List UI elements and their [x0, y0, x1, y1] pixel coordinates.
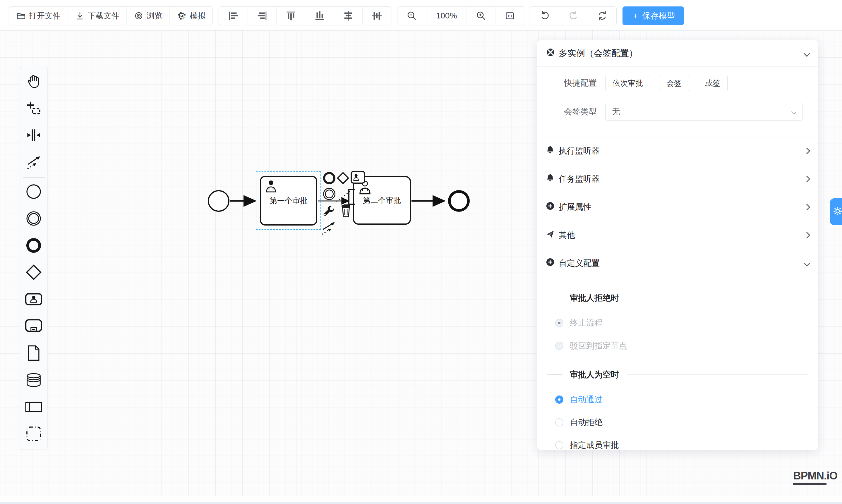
properties-panel: 多实例（会签配置） 快捷配置 依次审批 会签 或签 会签类型 无 执行监听器 [537, 40, 818, 450]
sign-type-row: 会签类型 无 [537, 103, 818, 121]
sign-type-select[interactable]: 无 [605, 103, 803, 121]
reject-group-title-text: 审批人拒绝时 [570, 292, 619, 304]
wrench-change-type-icon[interactable] [321, 204, 336, 220]
append-text-annotation-icon[interactable] [348, 189, 355, 205]
panel-header[interactable]: 多实例（会签配置） [537, 40, 818, 67]
section-other[interactable]: 其他 [537, 221, 818, 249]
sign-type-label: 会签类型 [563, 106, 597, 117]
append-task-icon[interactable] [351, 171, 365, 184]
quick-config-orsign-button[interactable]: 或签 [698, 75, 727, 91]
end-event-node[interactable] [448, 190, 470, 212]
radio-label: 自动通过 [570, 394, 602, 405]
bell-icon [546, 173, 555, 184]
radio-label: 自动拒绝 [570, 417, 602, 428]
bell-icon [546, 145, 555, 157]
radio-disabled-checked-icon[interactable] [555, 319, 563, 327]
bpmn-io-logo: BPMN.iO [793, 470, 826, 485]
radio-reject-to-node[interactable]: 驳回到指定节点 [537, 339, 818, 352]
section-task-listener[interactable]: 任务监听器 [537, 165, 818, 193]
bpmn-io-logo-underline [793, 483, 826, 485]
radio-label: 驳回到指定节点 [570, 340, 627, 351]
connect-tool-icon[interactable] [321, 220, 337, 237]
chevron-right-icon[interactable] [804, 147, 810, 154]
radio-auto-pass[interactable]: 自动通过 [537, 393, 818, 406]
append-end-event-icon[interactable] [323, 172, 335, 184]
chevron-right-icon[interactable] [804, 203, 810, 210]
bpmn-io-logo-text: BPMN.iO [793, 470, 826, 482]
gear-icon [832, 206, 842, 218]
quick-config-row: 快捷配置 依次审批 会签 或签 [537, 75, 818, 92]
divider [627, 374, 808, 375]
radio-checked-icon[interactable] [555, 395, 563, 404]
radio-disabled-icon[interactable] [555, 342, 563, 350]
chevron-right-icon[interactable] [804, 176, 810, 182]
chevron-down-icon[interactable] [804, 50, 810, 57]
reject-group-title: 审批人拒绝时 [537, 292, 818, 304]
send-icon [546, 230, 555, 240]
quick-config-label: 快捷配置 [563, 77, 597, 89]
divider [627, 298, 808, 299]
start-event-node[interactable] [208, 190, 229, 212]
trash-delete-icon[interactable] [339, 203, 353, 219]
annotation-dotted-line [336, 191, 350, 202]
append-intermediate-event-icon[interactable] [323, 188, 335, 200]
task1-label: 第一个审批 [269, 196, 308, 206]
radio-icon[interactable] [555, 418, 563, 427]
panel-title: 多实例（会签配置） [559, 48, 638, 59]
chevron-right-icon[interactable] [804, 232, 810, 238]
radio-icon[interactable] [555, 441, 563, 449]
multi-instance-icon [546, 48, 555, 59]
radio-label: 指定成员审批 [570, 440, 619, 450]
divider [547, 374, 562, 375]
chevron-down-icon [791, 109, 796, 114]
user-task-node-1[interactable]: 第一个审批 [260, 176, 317, 226]
section-execution-listener[interactable]: 执行监听器 [537, 137, 818, 165]
radio-label: 终止流程 [570, 317, 602, 328]
radio-auto-reject[interactable]: 自动拒绝 [537, 416, 818, 429]
divider [547, 298, 562, 299]
sign-type-value: 无 [612, 106, 620, 117]
plus-circle-icon [546, 201, 555, 212]
quick-config-countersign-button[interactable]: 会签 [659, 75, 689, 91]
section-label: 其他 [559, 230, 575, 241]
quick-config-sequential-button[interactable]: 依次审批 [605, 75, 650, 91]
section-label: 扩展属性 [559, 201, 592, 213]
radio-terminate-process[interactable]: 终止流程 [537, 317, 818, 329]
radio-assign-member[interactable]: 指定成员审批 [537, 439, 818, 450]
section-custom-config[interactable]: 自定义配置 [537, 249, 818, 277]
divider [539, 277, 815, 277]
section-extended-properties[interactable]: 扩展属性 [537, 193, 818, 221]
section-label: 自定义配置 [559, 258, 600, 269]
section-label: 任务监听器 [559, 174, 600, 184]
settings-side-tab[interactable] [830, 198, 842, 225]
user-task-person-icon [265, 180, 278, 195]
plus-circle-icon [546, 258, 555, 269]
empty-group-title-text: 审批人为空时 [570, 369, 619, 380]
section-label: 执行监听器 [559, 145, 600, 157]
chevron-down-icon[interactable] [804, 260, 810, 267]
empty-group-title: 审批人为空时 [537, 369, 818, 380]
